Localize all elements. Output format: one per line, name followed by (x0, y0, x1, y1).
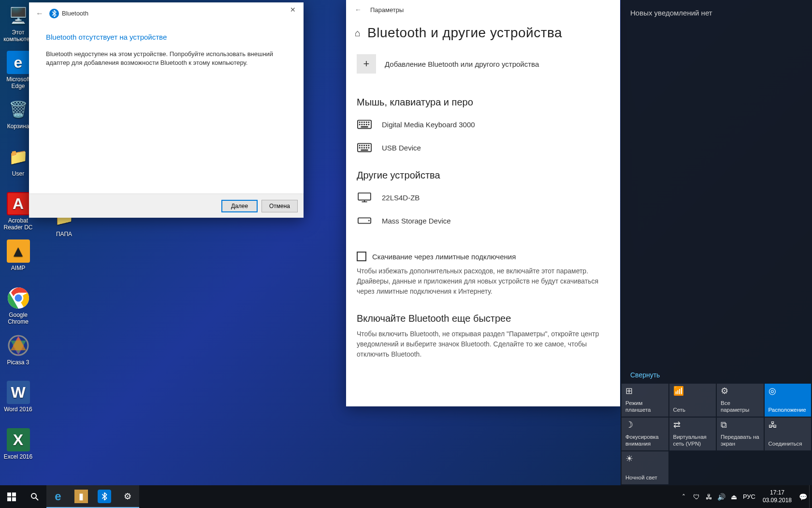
tablet-icon: ⊞ (625, 387, 665, 395)
show-desktop-button[interactable] (809, 485, 812, 508)
svg-rect-36 (12, 497, 16, 501)
wizard-close-button[interactable]: ✕ (282, 2, 304, 17)
svg-rect-11 (361, 124, 362, 125)
moon-icon: ☽ (625, 420, 665, 429)
tile-location[interactable]: ◎Расположение (765, 384, 812, 417)
location-icon: ◎ (768, 387, 808, 395)
tray-usb-icon[interactable]: ⏏ (728, 485, 740, 508)
taskbar-bluetooth[interactable] (93, 485, 116, 508)
svg-rect-35 (7, 497, 11, 501)
storage-icon (357, 215, 372, 226)
svg-rect-27 (361, 149, 368, 151)
wizard-body-text: Bluetooth недоступен на этом устройстве.… (46, 50, 287, 67)
gear-icon: ⚙ (721, 387, 760, 395)
add-device-label: Добавление Bluetooth или другого устройс… (385, 60, 539, 68)
tile-project[interactable]: ⧉Передавать на экран (717, 418, 764, 450)
tray-network-icon[interactable]: 🖧 (703, 485, 715, 508)
connect-icon: 🖧 (768, 420, 808, 429)
svg-rect-12 (363, 124, 365, 125)
action-center: Новых уведомлений нет Свернуть ⊞Режим пл… (621, 0, 812, 485)
svg-rect-22 (359, 147, 361, 149)
svg-rect-18 (361, 145, 362, 146)
home-icon[interactable]: ⌂ (355, 28, 361, 39)
desktop-icon-excel[interactable]: XExcel 2016 (0, 428, 36, 460)
taskbar-edge[interactable]: e (46, 485, 70, 508)
faster-text: Чтобы включить Bluetooth, не открывая ра… (357, 329, 609, 359)
svg-point-2 (14, 294, 23, 302)
vpn-icon: ⇄ (673, 420, 712, 429)
action-center-heading: Новых уведомлений нет (621, 0, 812, 26)
settings-page-title: Bluetooth и другие устройства (367, 25, 562, 41)
tray-language[interactable]: РУС (740, 485, 758, 508)
wizard-back-button[interactable]: ← (34, 8, 45, 19)
svg-rect-17 (359, 145, 361, 146)
project-icon: ⧉ (721, 420, 760, 429)
tray-volume-icon[interactable]: 🔊 (715, 485, 728, 508)
device-keyboard[interactable]: Digital Media Keyboard 3000 (357, 113, 609, 136)
next-button[interactable]: Далее (221, 200, 258, 212)
svg-rect-24 (363, 147, 365, 149)
svg-rect-20 (366, 145, 367, 146)
svg-rect-19 (363, 145, 365, 146)
faster-heading: Включайте Bluetooth еще быстрее (357, 313, 609, 324)
taskbar-clock[interactable]: 17:17 03.09.2018 (758, 489, 797, 504)
svg-rect-15 (361, 126, 368, 128)
taskbar-app2[interactable]: ▮ (70, 485, 93, 508)
tray-security-icon[interactable]: 🛡 (690, 485, 703, 508)
svg-rect-28 (358, 193, 371, 200)
keyboard-icon (357, 119, 372, 130)
svg-rect-8 (366, 121, 367, 123)
taskbar: e ▮ ⚙ ˄ 🛡 🖧 🔊 ⏏ РУС 17:17 03.09.2018 💬 (0, 485, 812, 508)
tile-night-light[interactable]: ☀Ночной свет (622, 451, 668, 484)
device-usb[interactable]: USB Device (357, 136, 609, 159)
svg-point-32 (368, 220, 370, 222)
cancel-button[interactable]: Отмена (261, 200, 298, 212)
settings-back-button[interactable]: ← (355, 6, 362, 14)
bluetooth-icon (49, 9, 59, 18)
svg-rect-7 (363, 121, 365, 123)
search-button[interactable] (23, 485, 46, 508)
tray-chevron-icon[interactable]: ˄ (678, 485, 690, 508)
bluetooth-wizard-window: ← Bluetooth ✕ Bluetooth отсутствует на у… (29, 2, 304, 218)
collapse-link[interactable]: Свернуть (621, 367, 812, 383)
section-mouse-keyboard: Мышь, клавиатура и перо (357, 97, 609, 108)
section-other-devices: Другие устройства (357, 170, 609, 181)
svg-rect-26 (368, 147, 370, 149)
svg-rect-25 (366, 147, 367, 149)
svg-rect-13 (366, 124, 367, 125)
svg-rect-23 (361, 147, 362, 149)
tile-focus-assist[interactable]: ☽Фокусировка внимания (622, 418, 668, 450)
device-storage[interactable]: Mass Storage Device (357, 209, 609, 232)
svg-rect-34 (12, 493, 16, 496)
svg-rect-5 (359, 121, 361, 123)
sun-icon: ☀ (625, 454, 665, 463)
desktop-icon-aimp[interactable]: ▲AIMP (0, 239, 36, 271)
svg-point-37 (31, 493, 36, 498)
svg-rect-6 (361, 121, 362, 123)
desktop-icon-picasa[interactable]: Picasa 3 (0, 334, 36, 366)
settings-window: ← Параметры ⌂ Bluetooth и другие устройс… (346, 0, 620, 406)
taskbar-settings[interactable]: ⚙ (116, 485, 139, 508)
tile-vpn[interactable]: ⇄Виртуальная сеть (VPN) (669, 418, 716, 450)
svg-rect-9 (368, 121, 370, 123)
svg-line-38 (36, 498, 38, 500)
quick-actions-grid: ⊞Режим планшета 📶Сеть ⚙Все параметры ◎Ра… (621, 383, 812, 485)
keyboard-icon (357, 142, 372, 153)
metered-checkbox-row[interactable]: Скачивание через лимитные подключения (357, 252, 609, 261)
tile-all-settings[interactable]: ⚙Все параметры (717, 384, 764, 417)
wizard-heading: Bluetooth отсутствует на устройстве (46, 33, 287, 41)
svg-rect-33 (7, 493, 11, 496)
add-device-button[interactable]: + Добавление Bluetooth или другого устро… (357, 49, 609, 86)
tile-network[interactable]: 📶Сеть (669, 384, 716, 417)
action-center-button[interactable]: 💬 (797, 485, 809, 508)
checkbox-icon (357, 252, 366, 261)
device-monitor[interactable]: 22LS4D-ZB (357, 186, 609, 209)
svg-rect-10 (359, 124, 361, 125)
desktop-icon-word[interactable]: WWord 2016 (0, 381, 36, 413)
wifi-icon: 📶 (673, 387, 712, 395)
desktop-icon-chrome[interactable]: Google Chrome (0, 286, 36, 326)
tile-connect[interactable]: 🖧Соединиться (765, 418, 812, 450)
tile-tablet-mode[interactable]: ⊞Режим планшета (622, 384, 668, 417)
svg-rect-21 (368, 145, 370, 146)
start-button[interactable] (0, 485, 23, 508)
